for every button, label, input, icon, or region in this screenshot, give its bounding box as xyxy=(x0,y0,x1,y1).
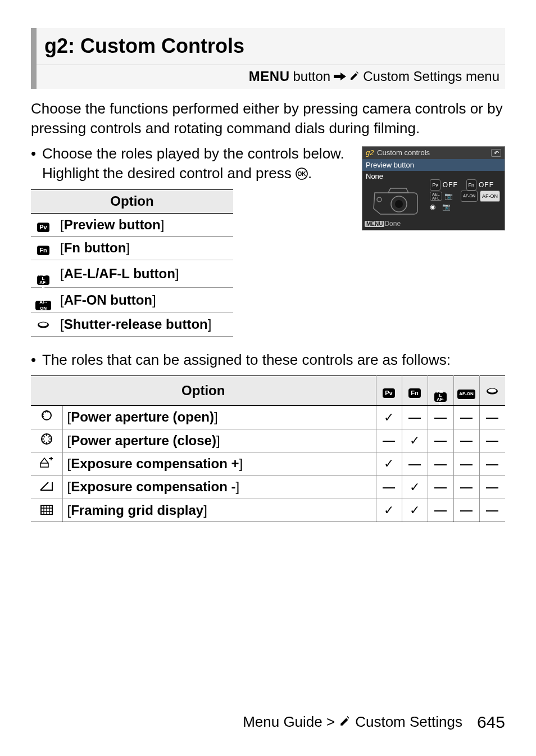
col-ael-icon: AE-LAF-L xyxy=(428,375,453,406)
availability-cell xyxy=(453,476,479,499)
breadcrumb-button-word: button xyxy=(293,67,330,85)
footer-section: Custom Settings xyxy=(355,712,462,732)
svg-text:OK: OK xyxy=(297,171,306,177)
menu-label: MENU xyxy=(249,67,290,85)
availability-cell xyxy=(453,499,479,522)
svg-point-9 xyxy=(42,411,51,420)
availability-cell xyxy=(479,429,505,452)
availability-cell xyxy=(453,452,479,476)
table-row: Fn [Fn button] xyxy=(31,237,233,260)
screenshot-selected-control: Preview button xyxy=(362,159,505,171)
svg-point-8 xyxy=(488,388,497,392)
camera-menu-screenshot: g2 Custom controls ↶ Preview button None xyxy=(362,146,505,230)
availability-cell: ✓ xyxy=(376,452,402,476)
table-row: [Shutter-release button] xyxy=(31,313,233,336)
table-row: [Power aperture (close)]✓ xyxy=(31,429,505,452)
availability-cell xyxy=(376,476,402,499)
option-label: [Fn button] xyxy=(56,237,233,260)
availability-cell: ✓ xyxy=(402,499,428,522)
role-icon xyxy=(31,429,62,452)
option-label: [AE-L/AF-L button] xyxy=(56,260,233,288)
camera-mini-icon: 📷 xyxy=(442,202,451,212)
back-icon: ↶ xyxy=(491,149,501,157)
col-afon-icon: AF-ON xyxy=(453,375,479,406)
availability-cell xyxy=(479,476,505,499)
role-icon xyxy=(31,499,62,522)
pencil-icon xyxy=(349,67,360,85)
availability-cell: ✓ xyxy=(376,499,402,522)
pv-icon: Pv xyxy=(37,223,49,232)
availability-cell: ✓ xyxy=(402,429,428,452)
breadcrumb: MENU button Custom Settings menu xyxy=(37,65,505,89)
availability-cell xyxy=(428,406,453,429)
role-label: [Framing grid display] xyxy=(62,499,376,522)
screenshot-code: g2 xyxy=(366,148,374,157)
availability-cell xyxy=(402,406,428,429)
availability-cell xyxy=(479,452,505,476)
bullet-icon: • xyxy=(31,144,42,164)
role-label: [Exposure compensation -] xyxy=(62,476,376,499)
shutter-mini-icon: ◉ xyxy=(430,202,435,212)
table-row: [Framing grid display]✓✓ xyxy=(31,499,505,522)
table-row: [Exposure compensation +]✓ xyxy=(31,452,505,476)
page-number: 645 xyxy=(477,711,505,734)
availability-cell xyxy=(479,499,505,522)
ok-button-icon: OK xyxy=(296,165,308,185)
svg-point-5 xyxy=(395,200,403,208)
camera-diagram-icon xyxy=(368,182,430,218)
availability-cell xyxy=(376,429,402,452)
ael-mini-icon: AELAFL xyxy=(430,192,442,201)
option-label: [Preview button] xyxy=(56,213,233,236)
table-row: [Power aperture (open)]✓ xyxy=(31,406,505,429)
afon-icon: AF-ON xyxy=(35,301,51,310)
svg-point-6 xyxy=(377,197,381,202)
option-label: [AF-ON button] xyxy=(56,288,233,313)
svg-rect-11 xyxy=(40,463,48,467)
role-icon xyxy=(31,476,62,499)
role-icon xyxy=(31,406,62,429)
role-icon xyxy=(31,452,62,476)
screenshot-done-label: Done xyxy=(384,220,401,228)
availability-cell xyxy=(428,499,453,522)
availability-cell xyxy=(453,406,479,429)
availability-cell: ✓ xyxy=(402,476,428,499)
pencil-icon xyxy=(339,712,351,732)
table-row: [Exposure compensation -]✓ xyxy=(31,476,505,499)
availability-cell: ✓ xyxy=(376,406,402,429)
screenshot-title: Custom controls xyxy=(377,148,430,157)
section-header: g2: Custom Controls MENU button Custom S… xyxy=(31,28,505,89)
intro-paragraph: Choose the functions performed either by… xyxy=(31,99,505,138)
role-label: [Exposure compensation +] xyxy=(62,452,376,476)
footer-path-prefix: Menu Guide > xyxy=(243,712,335,732)
col-fn-icon: Fn xyxy=(402,375,428,406)
bullet-1-text: Choose the roles played by the controls … xyxy=(42,144,353,185)
table-row: AE-LAF-L [AE-L/AF-L button] xyxy=(31,260,233,288)
availability-cell xyxy=(453,429,479,452)
roles-table: Option Pv Fn AE-LAF-L AF-ON [Power apert… xyxy=(31,375,505,522)
breadcrumb-section: Custom Settings menu xyxy=(363,67,499,85)
table-row: AF-ON [AF-ON button] xyxy=(31,288,233,313)
col-pv-icon: Pv xyxy=(376,375,402,406)
role-label: [Power aperture (open)] xyxy=(62,406,376,429)
table-row: Pv [Preview button] xyxy=(31,213,233,236)
availability-cell xyxy=(402,452,428,476)
menu-badge-icon: MENU xyxy=(365,221,384,227)
controls-table: Option Pv [Preview button] Fn [Fn button… xyxy=(31,189,233,336)
availability-cell xyxy=(428,429,453,452)
ael-afl-icon: AE-LAF-L xyxy=(37,275,49,285)
availability-cell xyxy=(479,406,505,429)
svg-point-3 xyxy=(39,323,48,327)
fn-icon: Fn xyxy=(37,246,49,255)
bullet-2-text: The roles that can be assigned to these … xyxy=(42,350,505,370)
availability-cell xyxy=(428,452,453,476)
arrow-right-icon xyxy=(334,67,346,85)
availability-cell xyxy=(428,476,453,499)
screenshot-assignment-grid: PvOFF FnOFF AELAFL📷 AF-ONAF-ON ◉ 📷 xyxy=(430,179,500,212)
page-footer: Menu Guide > Custom Settings 645 xyxy=(0,711,536,734)
bullet-icon: • xyxy=(31,350,42,370)
roles-table-header-option: Option xyxy=(31,375,376,406)
shutter-icon xyxy=(31,313,56,336)
controls-table-header: Option xyxy=(31,190,233,213)
role-label: [Power aperture (close)] xyxy=(62,429,376,452)
option-label: [Shutter-release button] xyxy=(56,313,233,336)
